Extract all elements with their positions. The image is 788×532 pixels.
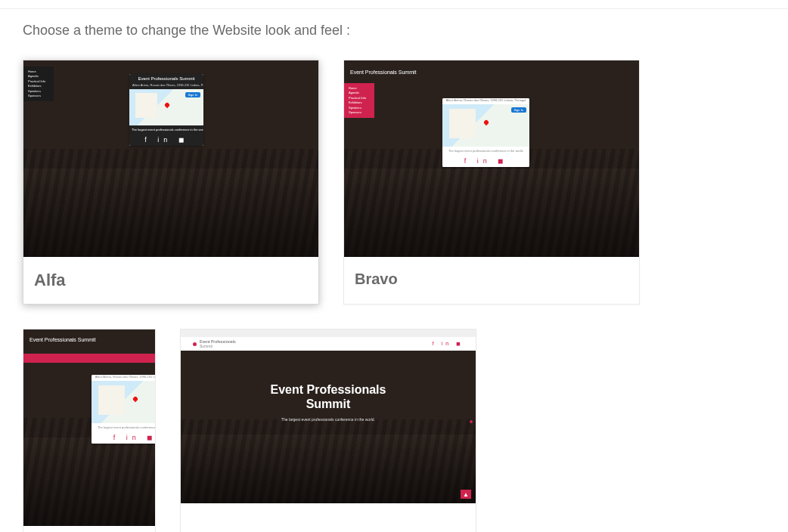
preview-title: Event Professionals Summit	[29, 337, 96, 342]
theme-preview-alfa: HomeAgendaPractical Info ExhibitorsSpeak…	[23, 60, 318, 257]
theme-preview-bravo: Event Professionals Summit HomeAgendaPra…	[344, 60, 639, 257]
map-pin-icon	[483, 119, 489, 125]
theme-label: Charlie	[23, 526, 156, 532]
map-pin-icon	[132, 396, 138, 402]
logo: Event ProfessionalsSummit	[193, 339, 236, 348]
social-icons: f in ◼	[433, 341, 464, 347]
scroll-top-button: ▲	[461, 490, 471, 499]
theme-preview-delta: Event ProfessionalsSummit f in ◼ Event P…	[181, 329, 476, 503]
social-icons: f in ◼	[92, 431, 156, 444]
social-icons: f in ◼	[129, 134, 203, 146]
preview-info-panel: Altice Arena, Rossio dos Olivais, 1990-2…	[442, 98, 529, 167]
indicator-dot-icon	[470, 420, 473, 423]
preview-top-menu: HomeAgendaPractical Info	[23, 354, 156, 363]
theme-card-delta[interactable]: Event ProfessionalsSummit f in ◼ Event P…	[180, 329, 476, 532]
preview-top-bar: Event ProfessionalsSummit f in ◼	[181, 337, 476, 351]
preview-side-menu: HomeAgendaPractical Info ExhibitorsSpeak…	[344, 83, 374, 118]
theme-chooser-page: Choose a theme to change the Website loo…	[0, 9, 788, 532]
theme-label: Bravo	[344, 257, 639, 302]
theme-card-alfa[interactable]: HomeAgendaPractical Info ExhibitorsSpeak…	[23, 60, 319, 305]
theme-card-bravo[interactable]: Event Professionals Summit HomeAgendaPra…	[343, 60, 640, 305]
sign-in-button: Sign In	[185, 92, 200, 97]
theme-card-charlie[interactable]: Event Professionals Summit HomeAgendaPra…	[23, 329, 156, 532]
preview-info-panel: Altice Arena, Rossio dos Olivais, 1990-2…	[92, 375, 156, 444]
preview-side-menu: HomeAgendaPractical Info ExhibitorsSpeak…	[23, 66, 54, 101]
top-divider	[0, 0, 788, 9]
social-icons: f in ◼	[442, 155, 529, 167]
preview-hero-title: Event ProfessionalsSummit	[181, 382, 476, 411]
preview-title: Event Professionals Summit	[350, 70, 417, 75]
theme-preview-charlie: Event Professionals Summit HomeAgendaPra…	[23, 329, 156, 526]
sign-in-button: Sign In	[511, 107, 526, 113]
preview-info-panel: Event Professionals Summit Altice Arena,…	[129, 74, 203, 146]
theme-label: Alfa	[23, 257, 318, 304]
map-pin-icon	[164, 102, 170, 108]
themes-grid: HomeAgendaPractical Info ExhibitorsSpeak…	[23, 60, 765, 532]
preview-tagline: The largest event professionals conferen…	[181, 417, 476, 422]
page-title: Choose a theme to change the Website loo…	[23, 23, 765, 39]
